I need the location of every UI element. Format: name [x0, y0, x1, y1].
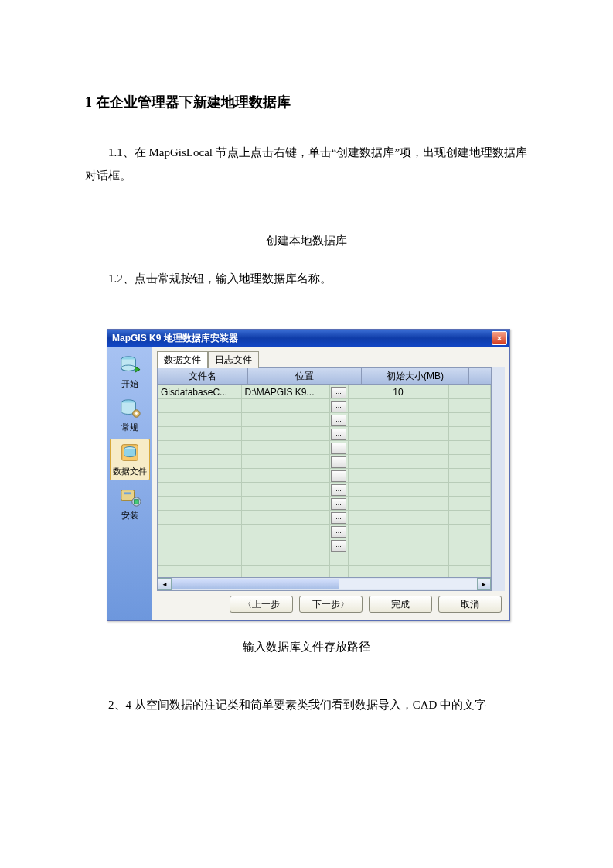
figure-caption-1: 创建本地数据库 — [85, 234, 528, 248]
database-start-icon — [117, 354, 142, 377]
sidebar-item-install[interactable]: 安装 — [111, 484, 149, 524]
wizard-sidebar: 开始 常规 数据文件 — [107, 347, 152, 620]
vertical-scrollbar[interactable] — [492, 367, 505, 591]
sidebar-label-start: 开始 — [121, 379, 138, 388]
horizontal-scrollbar[interactable]: ◄ ► — [157, 578, 492, 591]
tab-data-file[interactable]: 数据文件 — [157, 351, 208, 368]
close-button[interactable]: × — [492, 331, 507, 345]
data-grid[interactable]: GisdatabaseC... D:\MAPGIS K9... ... 10 .… — [157, 385, 492, 578]
cell-filename[interactable]: GisdatabaseC... — [158, 385, 241, 399]
cell-size[interactable]: 10 — [348, 385, 448, 399]
browse-button[interactable]: ... — [331, 443, 346, 454]
sidebar-item-start[interactable]: 开始 — [111, 352, 149, 392]
browse-button[interactable]: ... — [331, 429, 346, 440]
browse-button[interactable]: ... — [331, 526, 346, 538]
database-file-icon — [117, 441, 142, 464]
window-title: MapGIS K9 地理数据库安装器 — [112, 332, 492, 345]
svg-rect-9 — [124, 492, 131, 494]
browse-button[interactable]: ... — [331, 415, 346, 426]
paragraph-1-2: 1.2、点击常规按钮，输入地理数据库名称。 — [85, 267, 528, 290]
title-bar[interactable]: MapGIS K9 地理数据库安装器 × — [107, 330, 509, 347]
installer-dialog: MapGIS K9 地理数据库安装器 × 开始 常规 — [107, 329, 510, 621]
table-row[interactable]: GisdatabaseC... D:\MAPGIS K9... ... 10 — [158, 385, 491, 399]
scroll-right-icon[interactable]: ► — [477, 578, 491, 590]
cancel-button[interactable]: 取消 — [438, 596, 502, 613]
grid-header: 文件名 位置 初始大小(MB) — [157, 367, 492, 385]
sidebar-label-datafile: 数据文件 — [113, 466, 147, 476]
svg-marker-2 — [135, 367, 141, 372]
section-heading: 1 在企业管理器下新建地理数据库 — [85, 93, 528, 111]
figure-caption-2: 输入数据库文件存放路径 — [85, 640, 528, 654]
svg-rect-8 — [121, 490, 135, 501]
sidebar-item-datafile[interactable]: 数据文件 — [110, 439, 150, 480]
browse-button[interactable]: ... — [331, 512, 346, 524]
browse-button[interactable]: ... — [331, 387, 346, 398]
scroll-thumb[interactable] — [172, 579, 339, 589]
next-button[interactable]: 下一步〉 — [299, 596, 363, 613]
svg-point-5 — [135, 412, 138, 415]
col-initsize[interactable]: 初始大小(MB) — [362, 368, 469, 384]
sidebar-label-install: 安装 — [121, 511, 138, 520]
browse-button[interactable]: ... — [331, 470, 346, 482]
wizard-button-bar: 〈上一步 下一步〉 完成 取消 — [157, 591, 505, 616]
browse-button[interactable]: ... — [331, 401, 346, 412]
paragraph-2-4: 2、4 从空间数据的注记类和简单要素类我们看到数据导入，CAD 中的文字 — [85, 693, 528, 716]
tab-log-file[interactable]: 日志文件 — [208, 351, 259, 368]
tab-strip: 数据文件 日志文件 — [157, 350, 505, 367]
browse-button[interactable]: ... — [331, 484, 346, 496]
browse-button[interactable]: ... — [331, 498, 346, 510]
install-icon — [117, 485, 142, 508]
paragraph-1-1: 1.1、在 MapGisLocal 节点上点击右键，单击“创建数据库”项，出现创… — [85, 141, 528, 187]
sidebar-label-general: 常规 — [121, 422, 138, 432]
sidebar-item-general[interactable]: 常规 — [111, 395, 149, 436]
database-gear-icon — [117, 397, 142, 420]
browse-button[interactable]: ... — [331, 540, 346, 552]
browse-button[interactable]: ... — [331, 456, 346, 468]
cell-location[interactable]: D:\MAPGIS K9... — [241, 385, 329, 399]
svg-rect-11 — [135, 500, 139, 504]
scroll-left-icon[interactable]: ◄ — [158, 578, 172, 590]
finish-button[interactable]: 完成 — [369, 596, 432, 613]
col-filename[interactable]: 文件名 — [158, 368, 248, 384]
prev-button[interactable]: 〈上一步 — [230, 596, 293, 613]
col-location[interactable]: 位置 — [248, 368, 362, 384]
